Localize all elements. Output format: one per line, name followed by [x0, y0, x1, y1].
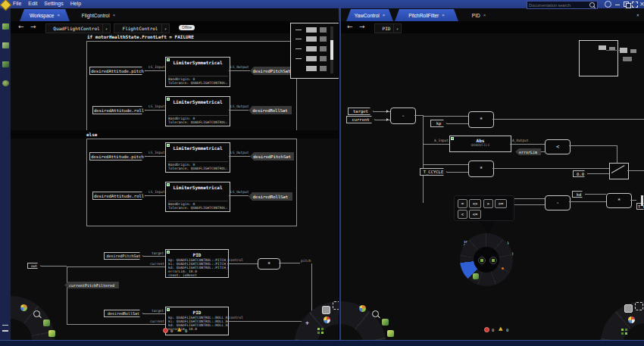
breadcrumb-flightcontrol[interactable]: FlightControl	[114, 23, 167, 33]
close-icon[interactable]: ×	[639, 1, 644, 8]
filter-sliders-icon[interactable]	[2, 325, 8, 332]
clipboard-icon[interactable]	[624, 304, 633, 313]
menu-edit[interactable]: Edit	[28, 1, 37, 6]
menu-help[interactable]: Help	[70, 1, 81, 6]
pid-canvas[interactable]: target current - kp * A_Input Abs QUADUT…	[341, 33, 644, 340]
crosshair-plus-icon[interactable]: +	[305, 322, 309, 325]
selection-rect-icon[interactable]	[333, 301, 339, 310]
library-icon[interactable]	[2, 61, 9, 67]
chevron-down-icon[interactable]: ▾	[161, 23, 170, 33]
pie-center-icon-2[interactable]	[489, 257, 497, 264]
output-flag[interactable]: desiredPitchSat	[250, 152, 294, 161]
tab-pid[interactable]: PID ×	[460, 9, 498, 21]
output-flag[interactable]: desiredRollSat	[249, 192, 292, 201]
limiter-block[interactable]: LimiterSymmetrical BandOrigin: 0 Toleran…	[165, 57, 230, 87]
back-icon[interactable]: ←	[347, 23, 353, 30]
forward-icon[interactable]: →	[30, 23, 36, 30]
input-flag[interactable]: kp	[430, 120, 447, 127]
tab-pitchrollfilter[interactable]: PitchRollFilter ×	[395, 9, 458, 21]
subtract-block[interactable]: -	[545, 195, 571, 210]
multiply-block[interactable]: *	[258, 258, 280, 270]
compass-icon[interactable]	[628, 316, 635, 323]
output-flag[interactable]: desiredPitchSat	[250, 67, 293, 75]
tab-close-icon[interactable]: ×	[57, 13, 60, 17]
op-less-button[interactable]: <	[458, 210, 467, 219]
grid-icon[interactable]	[621, 329, 624, 331]
op-equals-button[interactable]: =	[458, 199, 467, 208]
input-flag[interactable]: desiredAttitude.roll	[92, 106, 145, 114]
input-flag[interactable]: desiredPitchSat	[104, 252, 143, 260]
multiply-block[interactable]: *	[606, 193, 632, 208]
switch-block[interactable]	[609, 163, 629, 179]
pie-center-icon-1[interactable]	[478, 257, 486, 264]
tab-close-icon[interactable]: ×	[483, 13, 486, 17]
chevron-down-icon[interactable]: ▾	[393, 23, 402, 33]
maximize-icon[interactable]	[632, 2, 638, 8]
forward-icon[interactable]: →	[359, 23, 365, 30]
subtract-block[interactable]: -	[390, 108, 416, 124]
compass-icon[interactable]	[324, 316, 330, 323]
out-flag[interactable]: out	[27, 263, 41, 269]
breadcrumb-quadflightcontrol[interactable]: QuadFlightControl	[45, 23, 108, 33]
pid-block[interactable]: PID kp: QUADFLIGHTCONTROL::ROLL_KP ki: Q…	[165, 307, 229, 335]
input-flag[interactable]: current	[346, 116, 375, 123]
limiter-block[interactable]: LimiterSymmetrical BandOrigin: 0 Toleran…	[165, 96, 230, 126]
flightcontrol-canvas[interactable]: if motorHealthState.FrontLeft = FAILURE …	[11, 33, 339, 340]
menu-settings[interactable]: Settings	[44, 1, 63, 6]
const-flag[interactable]: 0.0	[573, 170, 588, 177]
watering-can-icon[interactable]	[382, 319, 389, 326]
pie-copy-icon[interactable]	[473, 273, 479, 279]
limiter-block[interactable]: LimiterSymmetrical BandOrigin: 0 Toleran…	[165, 182, 230, 212]
tab-close-icon[interactable]: ×	[113, 13, 116, 17]
minimap-scroll-thumb[interactable]	[330, 40, 333, 60]
clipboard-icon[interactable]	[322, 306, 330, 314]
tab-close-icon[interactable]: ×	[383, 13, 386, 17]
tab-yawcontrol[interactable]: YawControl ×	[346, 9, 393, 21]
op-lessequal-button[interactable]: <=	[469, 210, 481, 219]
op-notequal-button[interactable]: <>	[469, 199, 481, 208]
selection-rect-icon[interactable]	[635, 302, 643, 310]
pane-close-icon[interactable]: ×	[636, 12, 639, 17]
tab-workspace[interactable]: Workspace ×	[20, 9, 70, 21]
minimap[interactable]	[290, 23, 339, 79]
output-flag[interactable]: desiredRollSat	[249, 106, 292, 114]
input-flag[interactable]: kd	[572, 191, 586, 198]
multiply-block[interactable]: *	[468, 111, 494, 128]
abs-block[interactable]: Abs QUADUTILS	[449, 136, 511, 152]
scrollbar-thumb[interactable]	[641, 195, 643, 206]
input-flag[interactable]: desiredAttitude.pitch	[89, 152, 145, 161]
multiply-block[interactable]: *	[468, 161, 494, 177]
component-icon[interactable]	[387, 330, 394, 337]
palette-icon[interactable]	[359, 305, 366, 312]
filtered-flag[interactable]: currentPitchFiltered	[64, 282, 119, 288]
input-flag[interactable]: desiredRollSat	[104, 310, 143, 317]
zoom-search-icon[interactable]	[33, 310, 40, 317]
debug-icon[interactable]	[2, 80, 9, 86]
chevron-down-icon[interactable]: ▾	[102, 23, 111, 33]
compare-block[interactable]: <	[545, 139, 571, 154]
input-flag[interactable]: target	[348, 108, 374, 115]
op-greater-button[interactable]: >	[483, 199, 493, 208]
grid-icon[interactable]	[317, 328, 320, 330]
limiter-block[interactable]: LimiterSymmetrical BandOrigin: 0 Toleran…	[165, 142, 230, 173]
palette-icon[interactable]	[20, 304, 27, 311]
back-icon[interactable]: ←	[18, 23, 24, 30]
input-flag[interactable]: T_CCYCLE	[420, 168, 447, 176]
pid-block[interactable]: PID kp: QUADFLIGHTCONTROL::PITCH_KP ki: …	[165, 249, 229, 278]
search-input[interactable]	[527, 3, 589, 8]
errorlim-flag[interactable]: errorLim	[515, 148, 541, 155]
input-flag[interactable]: desiredAttitude.pitch	[89, 67, 145, 75]
explorer-folder-icon[interactable]	[2, 23, 9, 30]
input-flag[interactable]: desiredAttitude.roll	[92, 192, 145, 200]
tab-flightcontrol[interactable]: FlightControl ×	[73, 9, 124, 21]
user-icon[interactable]	[605, 1, 611, 8]
tab-close-icon[interactable]: ×	[442, 13, 445, 17]
search-folder-icon[interactable]	[2, 42, 9, 48]
op-greaterequal-button[interactable]: >=	[495, 199, 507, 208]
minimize-icon[interactable]	[615, 5, 620, 5]
zoom-search-icon[interactable]	[372, 310, 379, 317]
component-icon[interactable]	[48, 330, 55, 337]
menu-file[interactable]: File	[13, 1, 21, 6]
watering-can-icon[interactable]	[43, 320, 50, 326]
documentation-search[interactable]	[527, 1, 598, 9]
